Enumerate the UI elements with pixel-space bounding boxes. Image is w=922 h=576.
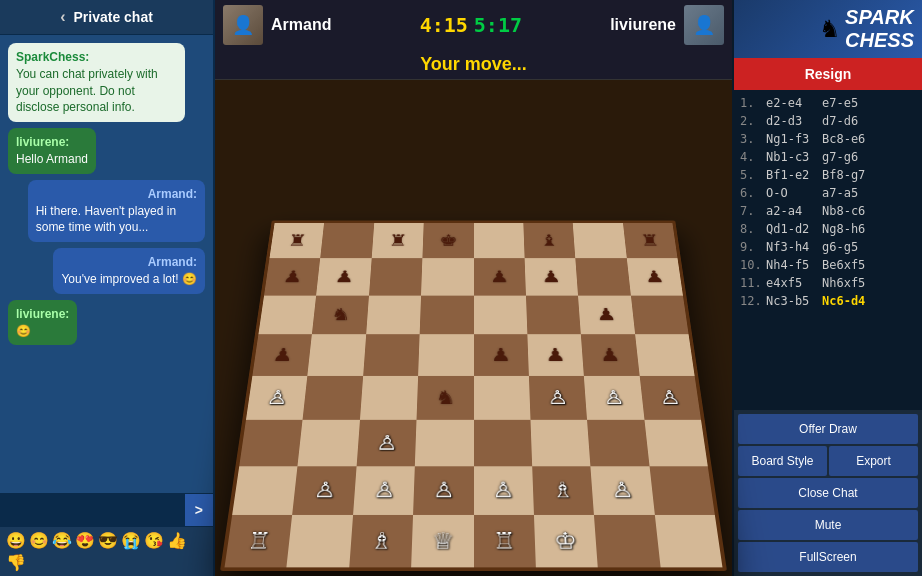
chess-cell[interactable]: ♟ [252,334,312,375]
chess-cell[interactable]: ♙ [584,376,644,420]
export-button[interactable]: Export [829,446,918,476]
close-chat-button[interactable]: Close Chat [738,478,918,508]
chess-piece[interactable]: ♙ [433,480,455,501]
emoji-cry[interactable]: 😭 [121,531,141,550]
chess-cell[interactable] [594,515,660,567]
chess-cell[interactable] [575,258,630,295]
fullscreen-button[interactable]: FullScreen [738,542,918,572]
chess-cell[interactable]: ♟ [474,334,529,375]
chess-cell[interactable]: ♕ [411,515,473,567]
chess-cell[interactable] [655,515,723,567]
chess-piece[interactable]: ♚ [439,233,458,248]
emoji-thumbsup[interactable]: 👍 [167,531,187,550]
board-style-button[interactable]: Board Style [738,446,827,476]
chess-cell[interactable] [308,334,366,375]
chess-piece[interactable]: ♝ [539,233,558,248]
chess-piece[interactable]: ♞ [330,306,351,323]
chess-cell[interactable]: ♟ [316,258,371,295]
chess-cell[interactable] [474,223,525,258]
chess-cell[interactable] [421,258,473,295]
emoji-happy[interactable]: 😀 [6,531,26,550]
chess-cell[interactable]: ♙ [413,466,473,515]
chess-piece[interactable]: ♟ [491,346,511,364]
chess-cell[interactable]: ♝ [523,223,575,258]
chess-cell[interactable] [420,295,474,334]
chess-piece[interactable]: ♙ [610,480,634,501]
chess-cell[interactable] [418,334,473,375]
chess-piece[interactable]: ♟ [596,306,617,323]
chess-piece[interactable]: ♟ [334,268,355,284]
back-button[interactable]: ‹ [60,8,65,26]
chess-piece[interactable]: ♗ [370,530,394,553]
chess-cell[interactable]: ♙ [639,376,701,420]
chess-cell[interactable]: ♗ [349,515,413,567]
mute-button[interactable]: Mute [738,510,918,540]
chess-piece[interactable]: ♕ [431,530,454,553]
chess-cell[interactable]: ♟ [626,258,682,295]
chess-cell[interactable] [369,258,423,295]
chess-piece[interactable]: ♜ [640,233,661,248]
chess-cell[interactable]: ♔ [534,515,598,567]
chess-piece[interactable]: ♙ [313,480,337,501]
chess-cell[interactable] [415,420,474,466]
chess-piece[interactable]: ♟ [599,346,621,364]
emoji-thumbsdown[interactable]: 👎 [6,553,26,572]
chess-cell[interactable] [474,295,528,334]
chess-cell[interactable] [298,420,360,466]
emoji-laugh[interactable]: 😂 [52,531,72,550]
chess-cell[interactable] [287,515,353,567]
chess-cell[interactable] [526,295,581,334]
chess-cell[interactable] [474,376,531,420]
chess-cell[interactable]: ♙ [591,466,655,515]
chess-cell[interactable]: ♟ [264,258,320,295]
chess-piece[interactable]: ♟ [545,346,566,364]
chess-cell[interactable]: ♙ [246,376,308,420]
chess-cell[interactable]: ♗ [532,466,594,515]
chess-cell[interactable]: ♟ [527,334,584,375]
chess-cell[interactable]: ♙ [292,466,356,515]
chess-piece[interactable]: ♗ [551,480,574,501]
chess-piece[interactable]: ♖ [246,530,271,553]
chess-piece[interactable]: ♖ [493,530,516,553]
chess-cell[interactable]: ♜ [270,223,325,258]
chess-cell[interactable]: ♞ [417,376,474,420]
chess-cell[interactable] [303,376,363,420]
emoji-cool[interactable]: 😎 [98,531,118,550]
chess-piece[interactable]: ♜ [287,233,308,248]
chess-cell[interactable] [474,420,533,466]
chess-cell[interactable] [587,420,649,466]
emoji-smile[interactable]: 😊 [29,531,49,550]
chess-cell[interactable]: ♖ [225,515,293,567]
chess-cell[interactable]: ♟ [581,334,639,375]
chess-cell[interactable] [239,420,303,466]
chess-cell[interactable]: ♞ [312,295,369,334]
chess-piece[interactable]: ♙ [373,480,396,501]
chess-cell[interactable] [631,295,689,334]
chess-cell[interactable] [258,295,316,334]
chess-piece[interactable]: ♙ [376,432,398,452]
offer-draw-button[interactable]: Offer Draw [738,414,918,444]
chess-cell[interactable]: ♙ [356,420,416,466]
chess-cell[interactable]: ♟ [578,295,635,334]
chess-cell[interactable] [366,295,421,334]
chess-cell[interactable] [635,334,695,375]
chess-cell[interactable]: ♟ [474,258,526,295]
chess-cell[interactable] [573,223,627,258]
chess-cell[interactable]: ♙ [529,376,587,420]
chess-piece[interactable]: ♔ [554,530,578,553]
chess-cell[interactable]: ♙ [474,466,534,515]
chess-piece[interactable]: ♙ [658,388,681,407]
emoji-heart[interactable]: 😍 [75,531,95,550]
chess-piece[interactable]: ♟ [271,346,293,364]
chess-piece[interactable]: ♙ [603,388,625,407]
chess-piece[interactable]: ♙ [266,388,289,407]
chat-send-button[interactable]: > [185,494,213,526]
chess-cell[interactable]: ♚ [423,223,474,258]
chess-cell[interactable] [649,466,715,515]
chess-cell[interactable]: ♜ [623,223,678,258]
chess-piece[interactable]: ♟ [282,268,303,284]
chess-piece[interactable]: ♟ [541,268,561,284]
chess-cell[interactable]: ♟ [524,258,578,295]
chess-piece[interactable]: ♜ [388,233,407,248]
chess-cell[interactable] [644,420,708,466]
